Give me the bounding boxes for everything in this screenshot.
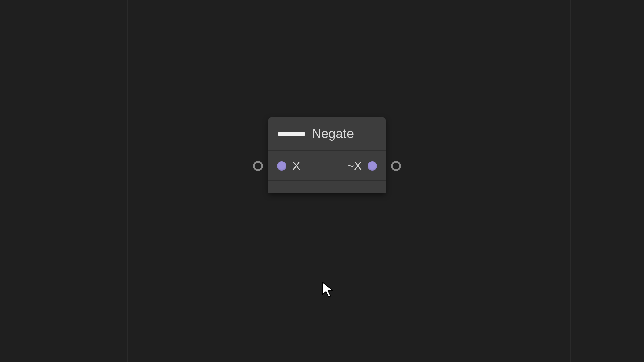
- negate-node[interactable]: Negate X ~X: [268, 117, 386, 193]
- output-port-label: ~X: [347, 159, 362, 172]
- input-socket-icon[interactable]: [253, 161, 263, 171]
- output-port[interactable]: ~X: [347, 159, 377, 172]
- output-socket-icon[interactable]: [391, 161, 401, 171]
- node-title: Negate: [312, 127, 354, 141]
- node-color-swatch: [278, 132, 305, 136]
- port-dot-icon: [277, 161, 286, 171]
- input-port-label: X: [292, 159, 300, 172]
- port-dot-icon: [368, 161, 377, 171]
- input-port[interactable]: X: [277, 159, 300, 172]
- node-footer: [268, 181, 386, 193]
- node-header[interactable]: Negate: [268, 117, 386, 151]
- node-ports-row: X ~X: [268, 151, 386, 181]
